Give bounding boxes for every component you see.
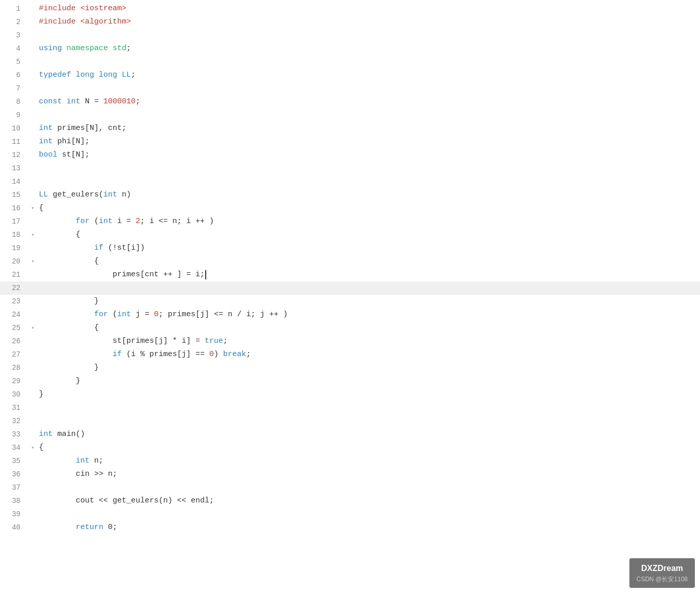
line-content: int phi[N]; — [37, 135, 700, 148]
line-content — [37, 481, 700, 494]
fold-indicator[interactable] — [29, 414, 37, 428]
line-content: st[primes[j] * i] = true; — [37, 335, 700, 348]
line-content: const int N = 1000010; — [37, 95, 700, 108]
fold-indicator[interactable]: ▾ — [29, 441, 37, 454]
fold-indicator[interactable] — [29, 55, 37, 69]
fold-indicator[interactable] — [29, 521, 37, 534]
fold-indicator[interactable] — [29, 308, 37, 321]
code-line: 32 — [0, 414, 700, 428]
fold-indicator[interactable] — [29, 42, 37, 55]
code-line: 25▾ { — [0, 321, 700, 335]
fold-indicator[interactable] — [29, 82, 37, 95]
fold-indicator[interactable] — [29, 454, 37, 468]
fold-indicator[interactable] — [29, 69, 37, 82]
fold-indicator[interactable] — [29, 175, 37, 188]
line-content — [37, 29, 700, 42]
line-number: 34 — [0, 441, 29, 454]
fold-indicator[interactable]: ▾ — [29, 228, 37, 241]
line-number: 25 — [0, 321, 29, 335]
line-number: 7 — [0, 82, 29, 95]
fold-indicator[interactable] — [29, 348, 37, 361]
fold-indicator[interactable] — [29, 108, 37, 122]
fold-indicator[interactable]: ▾ — [29, 202, 37, 215]
code-line: 33int main() — [0, 428, 700, 441]
line-content: cin >> n; — [37, 468, 700, 481]
fold-indicator[interactable] — [29, 122, 37, 135]
fold-indicator[interactable] — [29, 494, 37, 508]
fold-indicator[interactable] — [29, 215, 37, 228]
line-content: } — [37, 295, 700, 308]
fold-indicator[interactable]: ▾ — [29, 255, 37, 268]
code-line: 2#include <algorithm> — [0, 15, 700, 29]
line-number: 23 — [0, 295, 29, 308]
line-content — [37, 414, 700, 428]
fold-indicator[interactable] — [29, 295, 37, 308]
code-line: 10int primes[N], cnt; — [0, 122, 700, 135]
line-number: 8 — [0, 95, 29, 108]
fold-indicator[interactable] — [29, 162, 37, 175]
fold-indicator[interactable] — [29, 2, 37, 15]
fold-indicator[interactable] — [29, 188, 37, 202]
code-line: 38 cout << get_eulers(n) << endl; — [0, 494, 700, 508]
code-line: 21 primes[cnt ++ ] = i; — [0, 268, 700, 281]
line-content: } — [37, 388, 700, 401]
line-number: 18 — [0, 228, 29, 241]
fold-indicator[interactable] — [29, 29, 37, 42]
line-content — [37, 175, 700, 188]
fold-indicator[interactable] — [29, 241, 37, 255]
line-content: using namespace std; — [37, 42, 700, 55]
fold-indicator[interactable] — [29, 428, 37, 441]
fold-indicator[interactable] — [29, 148, 37, 162]
line-number: 27 — [0, 348, 29, 361]
fold-indicator[interactable] — [29, 508, 37, 521]
code-line: 14 — [0, 175, 700, 188]
fold-indicator[interactable] — [29, 281, 37, 295]
line-content: } — [37, 361, 700, 375]
code-line: 34▾{ — [0, 441, 700, 454]
code-line: 36 cin >> n; — [0, 468, 700, 481]
line-content: int main() — [37, 428, 700, 441]
code-line: 6typedef long long LL; — [0, 69, 700, 82]
line-content: LL get_eulers(int n) — [37, 188, 700, 202]
line-content — [37, 108, 700, 122]
line-content — [37, 162, 700, 175]
line-number: 22 — [0, 281, 29, 295]
code-line: 37 — [0, 481, 700, 494]
code-line: 30} — [0, 388, 700, 401]
fold-indicator[interactable] — [29, 15, 37, 29]
text-cursor — [205, 270, 206, 279]
line-number: 40 — [0, 521, 29, 534]
fold-indicator[interactable]: ▾ — [29, 321, 37, 335]
fold-indicator[interactable] — [29, 375, 37, 388]
line-number: 12 — [0, 148, 29, 162]
line-number: 36 — [0, 468, 29, 481]
line-number: 37 — [0, 481, 29, 494]
code-line: 15LL get_eulers(int n) — [0, 188, 700, 202]
fold-indicator[interactable] — [29, 268, 37, 281]
line-content: if (!st[i]) — [37, 241, 700, 255]
code-line: 3 — [0, 29, 700, 42]
code-line: 24 for (int j = 0; primes[j] <= n / i; j… — [0, 308, 700, 321]
fold-indicator[interactable] — [29, 401, 37, 414]
code-line: 11int phi[N]; — [0, 135, 700, 148]
fold-indicator[interactable] — [29, 361, 37, 375]
code-line: 40 return 0; — [0, 521, 700, 534]
line-content: return 0; — [37, 521, 700, 534]
code-line: 17 for (int i = 2; i <= n; i ++ ) — [0, 215, 700, 228]
line-content: } — [37, 375, 700, 388]
fold-indicator[interactable] — [29, 388, 37, 401]
line-content: int n; — [37, 454, 700, 468]
line-content: primes[cnt ++ ] = i; — [37, 268, 700, 281]
line-content: { — [37, 228, 700, 241]
fold-indicator[interactable] — [29, 335, 37, 348]
fold-indicator[interactable] — [29, 135, 37, 148]
fold-indicator[interactable] — [29, 95, 37, 108]
code-line: 18▾ { — [0, 228, 700, 241]
line-content: for (int j = 0; primes[j] <= n / i; j ++… — [37, 308, 700, 321]
fold-indicator[interactable] — [29, 468, 37, 481]
fold-indicator[interactable] — [29, 481, 37, 494]
line-content: cout << get_eulers(n) << endl; — [37, 494, 700, 508]
line-content: { — [37, 321, 700, 335]
line-content — [37, 401, 700, 414]
line-content — [37, 281, 700, 295]
